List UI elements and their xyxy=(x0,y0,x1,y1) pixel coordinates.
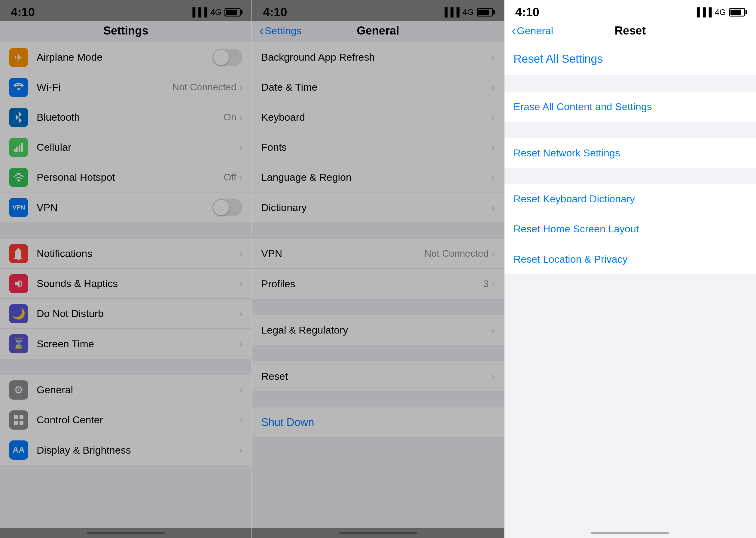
back-button-3[interactable]: ‹ General xyxy=(512,24,553,37)
svg-point-4 xyxy=(18,179,20,182)
legal-label: Legal & Regulatory xyxy=(261,324,492,336)
row-reset[interactable]: Reset › xyxy=(252,361,504,391)
bottom-spacer-1 xyxy=(0,465,251,483)
reset-network-label: Reset Network Settings xyxy=(514,147,747,159)
home-indicator-1 xyxy=(0,528,251,538)
spacer-g1 xyxy=(252,223,504,233)
row-reset-keyboard[interactable]: Reset Keyboard Dictionary xyxy=(505,184,756,214)
airplane-icon: ✈ xyxy=(9,48,28,67)
reset-chevron: › xyxy=(492,371,495,382)
row-wifi[interactable]: Wi-Fi Not Connected › xyxy=(0,72,251,102)
row-vpn[interactable]: VPN VPN xyxy=(0,192,251,223)
group-general-1: Background App Refresh › Date & Time › K… xyxy=(252,42,504,223)
home-bar-3 xyxy=(591,532,669,534)
row-keyboard[interactable]: Keyboard › xyxy=(252,102,504,133)
home-indicator-2 xyxy=(252,528,504,538)
row-display[interactable]: AA Display & Brightness › xyxy=(0,435,251,465)
sounds-label: Sounds & Haptics xyxy=(37,278,239,290)
display-label: Display & Brightness xyxy=(37,444,239,456)
network-type-1: 4G xyxy=(210,8,221,17)
battery-icon-2 xyxy=(477,8,493,17)
spacer-r1 xyxy=(505,75,756,85)
datetime-chevron: › xyxy=(492,81,495,93)
screentime-label: Screen Time xyxy=(37,338,239,350)
nav-bar-2: ‹ Settings General xyxy=(252,21,504,42)
row-dictionary[interactable]: Dictionary › xyxy=(252,192,504,223)
row-bluetooth[interactable]: Bluetooth On › xyxy=(0,102,251,133)
cellular-chevron: › xyxy=(239,142,243,153)
svg-rect-5 xyxy=(14,415,18,419)
reset-homescreen-label: Reset Home Screen Layout xyxy=(514,223,747,235)
row-vpn-general[interactable]: VPN Not Connected › xyxy=(252,239,504,269)
cellular-icon xyxy=(9,138,28,157)
group-erase-all: Erase All Content and Settings xyxy=(505,91,756,122)
time-2: 4:10 xyxy=(263,5,287,19)
controlcenter-chevron: › xyxy=(239,414,243,425)
row-profiles[interactable]: Profiles 3 › xyxy=(252,269,504,299)
dnd-label: Do Not Disturb xyxy=(37,308,239,319)
sounds-icon xyxy=(9,274,28,293)
row-hotspot[interactable]: Personal Hotspot Off › xyxy=(0,162,251,192)
row-airplane[interactable]: ✈ Airplane Mode xyxy=(0,42,251,72)
row-reset-homescreen[interactable]: Reset Home Screen Layout xyxy=(505,214,756,244)
dictionary-chevron: › xyxy=(492,202,495,213)
vpn-toggle[interactable] xyxy=(213,199,242,216)
row-reset-location[interactable]: Reset Location & Privacy xyxy=(505,244,756,274)
airplane-toggle[interactable] xyxy=(213,49,242,66)
row-reset-all-settings[interactable]: Reset All Settings xyxy=(505,42,756,75)
group-reset-network: Reset Network Settings xyxy=(505,138,756,168)
row-donotdisturb[interactable]: 🌙 Do Not Disturb › xyxy=(0,299,251,329)
row-reset-network[interactable]: Reset Network Settings xyxy=(505,138,756,168)
svg-rect-0 xyxy=(14,149,16,152)
vpn-label: VPN xyxy=(37,202,213,213)
screentime-chevron: › xyxy=(239,338,243,350)
profiles-value: 3 xyxy=(483,278,488,290)
home-bar-1 xyxy=(87,532,165,534)
back-button-2[interactable]: ‹ Settings xyxy=(259,24,301,37)
panel1-settings: 4:10 ▐▐▐ 4G Settings ✈ Airplane Mode Wi-… xyxy=(0,0,251,538)
svg-rect-2 xyxy=(19,145,21,152)
cellular-label: Cellular xyxy=(37,141,239,153)
row-notifications[interactable]: Notifications › xyxy=(0,239,251,269)
group-reset-more: Reset Keyboard Dictionary Reset Home Scr… xyxy=(505,184,756,274)
settings-list-1: ✈ Airplane Mode Wi-Fi Not Connected › Bl… xyxy=(0,42,251,528)
reset-location-label: Reset Location & Privacy xyxy=(514,253,747,265)
signal-icon-3: ▐▐▐ xyxy=(694,8,712,17)
row-screentime[interactable]: ⌛ Screen Time › xyxy=(0,329,251,359)
row-fonts[interactable]: Fonts › xyxy=(252,133,504,162)
battery-icon-1 xyxy=(224,8,241,17)
keyboard-label: Keyboard xyxy=(261,111,492,123)
row-cellular[interactable]: Cellular › xyxy=(0,133,251,162)
reset-label: Reset xyxy=(261,370,492,382)
status-bar-1: 4:10 ▐▐▐ 4G xyxy=(0,0,251,21)
row-sounds[interactable]: Sounds & Haptics › xyxy=(0,269,251,299)
row-language[interactable]: Language & Region › xyxy=(252,162,504,192)
panel2-general: 4:10 ▐▐▐ 4G ‹ Settings General Backgroun… xyxy=(252,0,504,538)
dictionary-label: Dictionary xyxy=(261,202,492,213)
bottom-spacer-2 xyxy=(252,437,504,456)
row-general[interactable]: ⚙ General › xyxy=(0,375,251,405)
status-bar-2: 4:10 ▐▐▐ 4G xyxy=(252,0,504,21)
row-controlcenter[interactable]: Control Center › xyxy=(0,405,251,435)
row-legal[interactable]: Legal & Regulatory › xyxy=(252,315,504,345)
home-bar-2 xyxy=(339,532,417,534)
row-erase-all[interactable]: Erase All Content and Settings xyxy=(505,91,756,122)
time-3: 4:10 xyxy=(515,5,539,19)
hotspot-chevron: › xyxy=(239,172,243,183)
settings-list-2: Background App Refresh › Date & Time › K… xyxy=(252,42,504,528)
nav-bar-1: Settings xyxy=(0,21,251,42)
group-shutdown: Shut Down xyxy=(252,407,504,437)
status-icons-2: ▐▐▐ 4G xyxy=(442,8,493,17)
bgrefresh-label: Background App Refresh xyxy=(261,51,492,63)
hotspot-icon xyxy=(9,168,28,187)
wifi-icon xyxy=(9,78,28,97)
svg-rect-6 xyxy=(20,415,24,419)
spacer-g2 xyxy=(252,299,504,309)
row-shutdown[interactable]: Shut Down xyxy=(252,407,504,437)
status-bar-3: 4:10 ▐▐▐ 4G xyxy=(505,0,756,21)
row-datetime[interactable]: Date & Time › xyxy=(252,72,504,102)
general-label: General xyxy=(37,384,239,396)
datetime-label: Date & Time xyxy=(261,81,492,93)
row-bgrefresh[interactable]: Background App Refresh › xyxy=(252,42,504,72)
fonts-label: Fonts xyxy=(261,141,492,153)
